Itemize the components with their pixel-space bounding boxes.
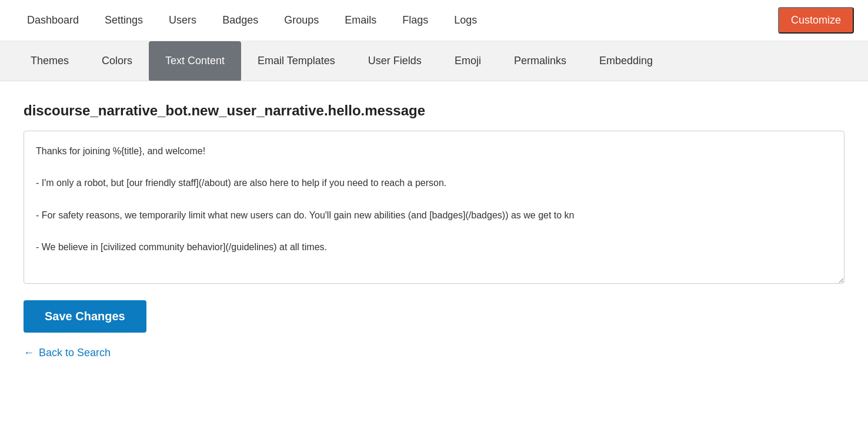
save-changes-button[interactable]: Save Changes — [24, 300, 146, 333]
back-to-search-label: Back to Search — [39, 347, 111, 359]
back-arrow-icon: ← — [24, 347, 34, 359]
top-nav-items: Dashboard Settings Users Badges Groups E… — [14, 0, 778, 41]
nav-item-logs[interactable]: Logs — [441, 0, 490, 41]
nav-item-users[interactable]: Users — [156, 0, 209, 41]
nav-item-flags[interactable]: Flags — [389, 0, 441, 41]
page-key: discourse_narrative_bot.new_user_narrati… — [24, 102, 844, 119]
text-content-editor[interactable] — [24, 131, 844, 284]
subnav-item-text-content[interactable]: Text Content — [149, 41, 241, 81]
nav-item-emails[interactable]: Emails — [332, 0, 389, 41]
subnav-item-permalinks[interactable]: Permalinks — [498, 41, 583, 81]
sub-nav: Themes Colors Text Content Email Templat… — [0, 41, 868, 81]
main-content: discourse_narrative_bot.new_user_narrati… — [0, 81, 868, 380]
subnav-item-themes[interactable]: Themes — [14, 41, 85, 81]
subnav-item-user-fields[interactable]: User Fields — [352, 41, 438, 81]
nav-item-settings[interactable]: Settings — [92, 0, 156, 41]
customize-button[interactable]: Customize — [778, 7, 854, 34]
top-nav: Dashboard Settings Users Badges Groups E… — [0, 0, 868, 41]
subnav-item-colors[interactable]: Colors — [85, 41, 149, 81]
nav-item-groups[interactable]: Groups — [271, 0, 332, 41]
subnav-item-emoji[interactable]: Emoji — [438, 41, 498, 81]
back-to-search-link[interactable]: ← Back to Search — [24, 347, 844, 359]
subnav-item-email-templates[interactable]: Email Templates — [241, 41, 352, 81]
nav-item-badges[interactable]: Badges — [209, 0, 271, 41]
subnav-item-embedding[interactable]: Embedding — [583, 41, 669, 81]
nav-item-dashboard[interactable]: Dashboard — [14, 0, 92, 41]
